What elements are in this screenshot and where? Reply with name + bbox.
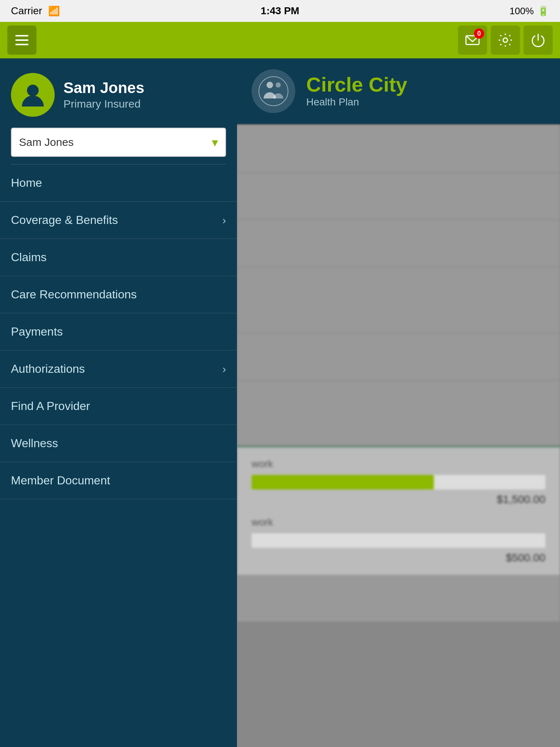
status-bar: Carrier 📶 1:43 PM 100% 🔋 xyxy=(0,0,560,22)
progress-amount-1: $1,500.00 xyxy=(252,493,545,506)
sidebar: Sam Jones Primary Insured Sam Jones ▾ Ho… xyxy=(0,58,237,747)
svg-point-1 xyxy=(503,38,508,42)
nav-wellness-label: Wellness xyxy=(11,437,58,450)
top-bar-actions: 0 xyxy=(458,26,553,55)
sidebar-item-member-document[interactable]: Member Document xyxy=(0,462,237,499)
progress-label-1: work xyxy=(252,458,545,470)
status-right: 100% 🔋 xyxy=(510,5,549,17)
nav-menu: Home Coverage & Benefits › Claims Care R… xyxy=(0,165,237,499)
nav-claims-label: Claims xyxy=(11,251,47,264)
content-row-5 xyxy=(237,333,560,380)
sidebar-item-authorizations[interactable]: Authorizations › xyxy=(0,351,237,388)
sidebar-item-payments[interactable]: Payments xyxy=(0,313,237,351)
person-icon xyxy=(18,80,47,109)
sidebar-item-claims[interactable]: Claims xyxy=(0,239,237,276)
settings-button[interactable] xyxy=(491,26,520,55)
user-info: Sam Jones Primary Insured xyxy=(63,80,144,110)
nav-authorizations-label: Authorizations xyxy=(11,362,85,376)
member-select-value: Sam Jones xyxy=(19,136,74,148)
brand-logo xyxy=(252,69,295,113)
status-left: Carrier 📶 xyxy=(11,5,60,17)
content-row-1 xyxy=(237,125,560,173)
user-role: Primary Insured xyxy=(63,98,144,110)
avatar xyxy=(11,73,55,117)
top-bar: 0 xyxy=(0,22,560,58)
sidebar-item-find-provider[interactable]: Find A Provider xyxy=(0,388,237,425)
nav-provider-label: Find A Provider xyxy=(11,399,90,413)
chevron-right-authorizations-icon: › xyxy=(222,363,226,375)
content-row-7 xyxy=(237,575,560,622)
carrier-label: Carrier xyxy=(11,5,42,17)
user-name: Sam Jones xyxy=(63,80,144,96)
wifi-icon: 📶 xyxy=(48,5,60,17)
member-select[interactable]: Sam Jones ▾ xyxy=(11,128,226,157)
content-row-3 xyxy=(237,220,560,267)
brand-subtitle: Health Plan xyxy=(306,96,407,108)
main-content: Circle City Health Plan work $1,500.00 xyxy=(237,58,560,747)
nav-coverage-label: Coverage & Benefits xyxy=(11,213,118,227)
hamburger-button[interactable] xyxy=(7,26,36,55)
blurred-content: work $1,500.00 work $500.00 xyxy=(237,125,560,622)
content-row-2 xyxy=(237,173,560,220)
notification-badge: 0 xyxy=(474,28,484,39)
brand-header: Circle City Health Plan xyxy=(237,58,560,124)
main-layout: Sam Jones Primary Insured Sam Jones ▾ Ho… xyxy=(0,58,560,747)
power-button[interactable] xyxy=(524,26,553,55)
sidebar-item-home[interactable]: Home xyxy=(0,165,237,202)
battery-icon: 🔋 xyxy=(537,5,549,17)
content-row-4 xyxy=(237,267,560,333)
power-icon xyxy=(530,32,546,48)
sidebar-item-wellness[interactable]: Wellness xyxy=(0,425,237,462)
sidebar-item-care[interactable]: Care Recommendations xyxy=(0,276,237,313)
chevron-down-icon: ▾ xyxy=(212,135,218,150)
sidebar-item-coverage[interactable]: Coverage & Benefits › xyxy=(0,202,237,239)
mail-button[interactable]: 0 xyxy=(458,26,487,55)
progress-label-2: work xyxy=(252,516,545,528)
gear-icon xyxy=(497,32,513,48)
svg-point-2 xyxy=(27,85,39,96)
svg-point-3 xyxy=(259,77,288,106)
content-row-6 xyxy=(237,380,560,446)
battery-label: 100% xyxy=(510,5,534,17)
chevron-right-icon: › xyxy=(222,214,226,227)
nav-home-label: Home xyxy=(11,176,42,190)
nav-care-label: Care Recommendations xyxy=(11,288,137,301)
member-select-wrapper: Sam Jones ▾ xyxy=(0,128,237,164)
svg-point-4 xyxy=(267,82,273,88)
brand-text: Circle City Health Plan xyxy=(306,74,407,108)
progress-amount-2: $500.00 xyxy=(252,551,545,564)
hamburger-icon xyxy=(15,35,28,45)
status-time: 1:43 PM xyxy=(261,5,299,17)
nav-payments-label: Payments xyxy=(11,325,63,338)
brand-logo-icon xyxy=(257,75,290,108)
nav-member-doc-label: Member Document xyxy=(11,474,110,487)
svg-point-5 xyxy=(276,82,281,88)
user-profile: Sam Jones Primary Insured xyxy=(0,58,237,128)
brand-name: Circle City xyxy=(306,74,407,95)
